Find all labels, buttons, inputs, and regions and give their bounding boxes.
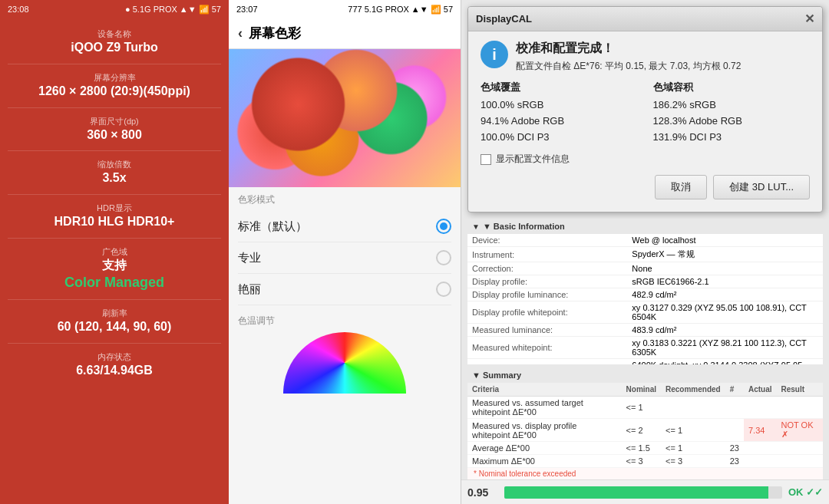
- table-row: Measured whitepoint:xy 0.3183 0.3221 (XY…: [467, 337, 823, 359]
- screen-color-panel: 23:07 777 5.1G PROX ▲▼ 📶 57 ‹ 屏幕色彩 色彩模式 …: [229, 0, 461, 504]
- memory-value: 6.63/14.94GB: [76, 363, 153, 379]
- ui-size-value: 360 × 800: [87, 127, 142, 143]
- radio-vivid[interactable]: [436, 282, 451, 297]
- refresh-block: 刷新率 60 (120, 144, 90, 60): [8, 305, 221, 338]
- cancel-button[interactable]: 取消: [655, 175, 707, 199]
- table-row: Maximum ΔE*00<= 3<= 323: [467, 455, 823, 468]
- wide-color-block: 广色域 支持 Color Managed: [8, 244, 221, 294]
- status-bar-left: 23:08 ● 5.1G PROX ▲▼ 📶 57: [0, 0, 229, 18]
- ui-size-label: 界面尺寸(dp): [90, 116, 139, 127]
- color-mode-section: 色彩模式 标准（默认） 专业 艳丽: [229, 187, 461, 308]
- col-result: Result: [777, 383, 823, 397]
- table-row: Display profile whitepoint:xy 0.3127 0.3…: [467, 301, 823, 324]
- success-row: i 校准和配置完成！ 配置文件自检 ΔE*76: 平均 0.15, 最大 7.0…: [481, 41, 810, 73]
- summary-section: ▼ Summary Criteria Nominal Recommended #…: [467, 367, 823, 479]
- table-row: Instrument:SpyderX — 常规: [467, 247, 823, 262]
- close-icon[interactable]: ✕: [804, 12, 814, 26]
- gamut-coverage-heading: 色域覆盖: [481, 81, 638, 94]
- table-row: Measured vs. assumed target whitepoint Δ…: [467, 397, 823, 419]
- scale-value: 3.5x: [102, 170, 126, 186]
- col-nominal: Nominal: [622, 383, 661, 397]
- show-profile-row[interactable]: 显示配置文件信息: [481, 153, 810, 166]
- screen-title: 屏幕色彩: [249, 25, 301, 42]
- col-actual: Actual: [744, 383, 777, 397]
- basic-info-table: Device:Web @ localhostInstrument:SpyderX…: [467, 234, 823, 364]
- radio-standard[interactable]: [436, 219, 451, 234]
- progress-value: 0.95: [467, 486, 498, 499]
- device-info-panel: 23:08 ● 5.1G PROX ▲▼ 📶 57 设备名称 iQOO Z9 T…: [0, 0, 229, 504]
- bottom-progress-bar: 0.95 OK ✓✓: [461, 479, 829, 504]
- triangle-icon: ▼: [472, 222, 480, 231]
- displaycal-dialog: DisplayCAL ✕ i 校准和配置完成！ 配置文件自检 ΔE*76: 平均…: [467, 6, 823, 212]
- table-row: Correction:None: [467, 262, 823, 275]
- coverage-dci-p3: 100.0% DCI P3: [481, 130, 638, 146]
- summary-title: ▼ Summary: [472, 371, 521, 380]
- success-content: 校准和配置完成！ 配置文件自检 ΔE*76: 平均 0.15, 最大 7.03,…: [516, 41, 741, 73]
- refresh-label: 刷新率: [102, 308, 127, 319]
- col-recommended: Recommended: [661, 383, 725, 397]
- create-3dlut-button[interactable]: 创建 3D LUT...: [713, 175, 810, 199]
- summary-header[interactable]: ▼ Summary: [467, 367, 823, 383]
- displaycal-panel: DisplayCAL ✕ i 校准和配置完成！ 配置文件自检 ΔE*76: 平均…: [461, 0, 829, 504]
- info-circle-icon: i: [481, 41, 508, 68]
- volume-adobe-rgb: 128.3% Adobe RGB: [653, 114, 811, 130]
- hdr-value: HDR10 HLG HDR10+: [54, 214, 175, 230]
- dialog-titlebar: DisplayCAL ✕: [468, 7, 822, 31]
- show-profile-checkbox[interactable]: [481, 154, 491, 165]
- wide-color-value: 支持: [102, 258, 127, 274]
- option-standard-label: 标准（默认）: [238, 219, 307, 234]
- gamut-coverage-col: 色域覆盖 100.0% sRGB 94.1% Adobe RGB 100.0% …: [481, 81, 638, 145]
- resolution-block: 屏幕分辨率 1260 × 2800 (20:9)(450ppi): [8, 70, 221, 102]
- ui-size-block: 界面尺寸(dp) 360 × 800: [8, 114, 221, 146]
- basic-info-section: ▼ ▼ Basic Information Device:Web @ local…: [467, 219, 823, 364]
- coverage-srgb: 100.0% sRGB: [481, 97, 638, 114]
- color-mode-label: 色彩模式: [238, 193, 451, 206]
- table-row: Average ΔE*00<= 1.5<= 123: [467, 442, 823, 455]
- time-right: 23:07: [236, 5, 258, 14]
- table-row: Display profile luminance:482.9 cd/m²: [467, 288, 823, 301]
- success-detail: 配置文件自检 ΔE*76: 平均 0.15, 最大 7.03, 均方根 0.72: [516, 60, 741, 73]
- ok-label: OK ✓✓: [788, 486, 823, 498]
- nominal-note: * Nominal tolerance exceeded: [467, 468, 823, 479]
- memory-block: 内存状态 6.63/14.94GB: [8, 349, 221, 381]
- dialog-body: i 校准和配置完成！ 配置文件自检 ΔE*76: 平均 0.15, 最大 7.0…: [468, 31, 822, 212]
- table-row: Measured vs. display profile whitepoint …: [467, 419, 823, 442]
- color-managed-badge: Color Managed: [64, 274, 164, 292]
- option-vivid-label: 艳丽: [238, 282, 261, 297]
- scale-label: 缩放倍数: [97, 159, 131, 170]
- col-criteria: Criteria: [467, 383, 622, 397]
- memory-label: 内存状态: [97, 351, 131, 363]
- refresh-value: 60 (120, 144, 90, 60): [58, 319, 172, 335]
- status-icons-right: 777 5.1G PROX ▲▼ 📶 57: [348, 5, 453, 15]
- resolution-value: 1260 × 2800 (20:9)(450ppi): [38, 84, 190, 100]
- option-vivid[interactable]: 艳丽: [238, 274, 451, 305]
- hdr-label: HDR显示: [97, 203, 132, 214]
- dialog-buttons: 取消 创建 3D LUT...: [481, 175, 810, 203]
- option-pro[interactable]: 专业: [238, 242, 451, 274]
- fruit-image: [229, 49, 461, 187]
- table-row: Assumed target whitepoint:6400K daylight…: [467, 359, 823, 364]
- scale-block: 缩放倍数 3.5x: [8, 156, 221, 189]
- basic-info-title: ▼ Basic Information: [483, 222, 565, 231]
- dialog-title: DisplayCAL: [476, 13, 532, 25]
- gamut-volume-col: 色域容积 186.2% sRGB 128.3% Adobe RGB 131.9%…: [653, 81, 811, 145]
- gamut-volume-heading: 色域容积: [653, 81, 811, 94]
- option-pro-label: 专业: [238, 251, 261, 265]
- volume-dci-p3: 131.9% DCI P3: [653, 130, 811, 146]
- coverage-adobe-rgb: 94.1% Adobe RGB: [481, 114, 638, 130]
- gamut-section: 色域覆盖 100.0% sRGB 94.1% Adobe RGB 100.0% …: [481, 81, 810, 145]
- progress-bar-fill: [504, 486, 768, 499]
- device-info-list: 设备名称 iQOO Z9 Turbo 屏幕分辨率 1260 × 2800 (20…: [0, 18, 229, 504]
- hdr-block: HDR显示 HDR10 HLG HDR10+: [8, 200, 221, 232]
- color-wheel: [283, 332, 406, 394]
- wide-color-label: 广色域: [102, 246, 127, 258]
- radio-pro[interactable]: [436, 250, 451, 265]
- device-name-block: 设备名称 iQOO Z9 Turbo: [8, 26, 221, 58]
- fruit-placeholder: [229, 49, 461, 187]
- table-row: Measured luminance:483.9 cd/m²: [467, 324, 823, 337]
- option-standard[interactable]: 标准（默认）: [238, 211, 451, 242]
- basic-info-header[interactable]: ▼ ▼ Basic Information: [467, 219, 823, 234]
- success-title: 校准和配置完成！: [516, 41, 741, 57]
- back-arrow-icon[interactable]: ‹: [238, 25, 243, 41]
- volume-srgb: 186.2% sRGB: [653, 97, 811, 114]
